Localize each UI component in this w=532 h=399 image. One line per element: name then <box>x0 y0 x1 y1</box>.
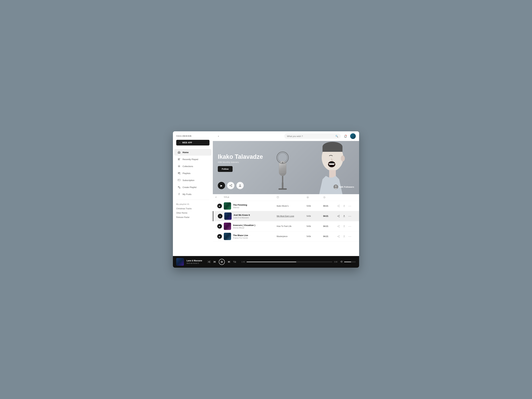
track-upload-button-3[interactable] <box>342 224 346 228</box>
player-progress: 1:43 3:00 <box>241 261 337 263</box>
svg-line-39 <box>230 186 231 186</box>
followers-avatar <box>334 184 338 189</box>
svg-line-52 <box>338 206 339 207</box>
repeat-button[interactable] <box>233 260 236 263</box>
track-title-1: The Finishing <box>233 204 277 206</box>
sidebar-item-collections[interactable]: Collections <box>174 163 211 170</box>
track-artist-2: Lane 8 & Massane <box>234 217 277 219</box>
svg-rect-1 <box>178 159 180 159</box>
hero-share-button[interactable] <box>227 182 234 189</box>
svg-rect-16 <box>282 183 284 189</box>
playlist-item-christmas[interactable]: Christmas Tracks <box>176 207 209 211</box>
svg-line-47 <box>324 197 325 198</box>
svg-point-50 <box>337 206 338 206</box>
svg-rect-9 <box>178 186 180 187</box>
total-time: 3:00 <box>334 261 337 263</box>
player-play-button[interactable] <box>219 259 225 265</box>
svg-point-35 <box>231 184 232 185</box>
track-plays-1: 543k <box>307 205 323 207</box>
current-time: 1:43 <box>241 261 245 263</box>
track-share-button-1[interactable] <box>336 204 341 208</box>
track-row-playing[interactable]: ⏸ And We Knew It Lane 8 & Massane We Mus… <box>213 211 359 221</box>
web-app-button[interactable]: ← WEB APP <box>176 140 209 146</box>
track-info-4: The Blaze Live France For Cercle <box>224 233 277 240</box>
track-share-button-2[interactable] <box>336 214 341 218</box>
track-duration-1: 04:21 <box>323 205 336 207</box>
svg-point-48 <box>339 205 340 206</box>
track-duration-4: 04:21 <box>323 235 336 238</box>
volume-bar[interactable] <box>344 262 356 262</box>
volume-icon <box>340 260 343 264</box>
svg-point-64 <box>339 237 340 238</box>
svg-rect-72 <box>222 261 222 262</box>
track-more-button-4[interactable]: ⋯ <box>348 234 352 238</box>
svg-point-58 <box>339 225 340 226</box>
sidebar-item-subscription[interactable]: Subscription <box>174 177 211 184</box>
svg-rect-3 <box>178 172 180 173</box>
track-actions-3: ⋯ <box>336 224 356 228</box>
svg-point-59 <box>339 227 340 228</box>
track-play-button-1[interactable]: ▶ <box>217 204 222 208</box>
track-upload-button-1[interactable] <box>342 204 346 208</box>
svg-rect-5 <box>178 174 179 174</box>
subscription-icon <box>177 179 181 182</box>
search-input[interactable] <box>287 135 334 138</box>
track-upload-button-4[interactable] <box>342 234 346 238</box>
app-body: Adze.DESIGN ← WEB APP Home <box>173 131 359 256</box>
progress-bar[interactable] <box>247 262 332 262</box>
notification-button[interactable] <box>343 133 348 139</box>
sidebar-item-home[interactable]: Home <box>174 149 211 156</box>
next-button[interactable] <box>228 260 230 263</box>
track-share-button-3[interactable] <box>336 224 341 228</box>
arrow-left-icon: ← <box>179 141 181 144</box>
sidebar-item-playlists[interactable]: Playlists <box>174 170 211 177</box>
track-artist-4: France For Cercle <box>233 237 277 239</box>
track-upload-button-2[interactable] <box>342 214 346 218</box>
track-actions-4: ⋯ <box>336 234 356 238</box>
track-title-3: Insecure ( Visualizer ) <box>233 224 277 226</box>
track-play-button-3[interactable]: ▶ <box>217 224 222 228</box>
track-more-button-2[interactable]: ⋯ <box>348 214 352 218</box>
hero-upload-button[interactable] <box>236 182 244 189</box>
player-artist-name: And we know it <box>187 262 202 264</box>
search-bar: 🔍 <box>284 133 341 139</box>
home-icon <box>177 151 181 154</box>
artist-name: Ikako Talavadze <box>218 153 263 160</box>
track-more-button-3[interactable]: ⋯ <box>348 224 352 228</box>
hero-play-button[interactable]: ▶ <box>218 182 225 189</box>
shuffle-button[interactable] <box>208 260 210 263</box>
sidebar-item-create-playlist[interactable]: Create Playlist <box>174 184 211 190</box>
track-actions-2: ⋯ <box>336 214 356 218</box>
track-duration-3: 04:21 <box>323 225 336 228</box>
track-play-button-4[interactable]: ▶ <box>217 234 222 239</box>
col-views <box>307 196 323 199</box>
player-thumbnail <box>176 258 184 266</box>
hero-content: Ikako Talavadze 43M Monthly listeners Fo… <box>213 148 268 194</box>
svg-point-53 <box>339 215 340 216</box>
prev-button[interactable] <box>213 260 216 263</box>
user-avatar[interactable] <box>350 133 356 139</box>
playlist-item-other[interactable]: Other Remix <box>176 211 209 215</box>
track-row-3[interactable]: ▶ Insecure ( Visualizer ) Donna Missal H… <box>213 221 359 231</box>
progress-fill <box>247 262 296 262</box>
track-row-4[interactable]: ▶ The Blaze Live France For Cercle Maste… <box>213 231 359 241</box>
svg-rect-33 <box>329 163 334 165</box>
track-plays-3: 543k <box>307 225 323 228</box>
back-button[interactable]: ‹ <box>216 134 221 139</box>
track-pause-button-2[interactable]: ⏸ <box>218 214 222 218</box>
track-more-button-1[interactable]: ⋯ <box>348 204 352 208</box>
track-row[interactable]: ▶ The Finishing Starvoz Ikako Music's 54… <box>213 201 359 211</box>
monthly-listeners: 43M Monthly listeners <box>218 161 263 163</box>
playlist-item-radar[interactable]: Release Radar <box>176 215 209 219</box>
track-album-2[interactable]: We Must Earn Love <box>277 215 307 217</box>
svg-line-51 <box>338 205 339 206</box>
track-list: # TITLE <box>213 194 359 256</box>
track-thumbnail-1 <box>224 202 231 210</box>
follow-button[interactable]: Follow <box>218 166 233 172</box>
track-share-button-4[interactable] <box>336 234 341 238</box>
sidebar-item-my-fruits[interactable]: My Fruits <box>174 191 211 197</box>
playlist-section: My playlist #1 Christmas Tracks Other Re… <box>173 202 213 220</box>
svg-point-55 <box>337 216 338 216</box>
track-thumbnail-3 <box>224 223 231 230</box>
sidebar-item-recently-played[interactable]: Recently Played <box>174 156 211 163</box>
